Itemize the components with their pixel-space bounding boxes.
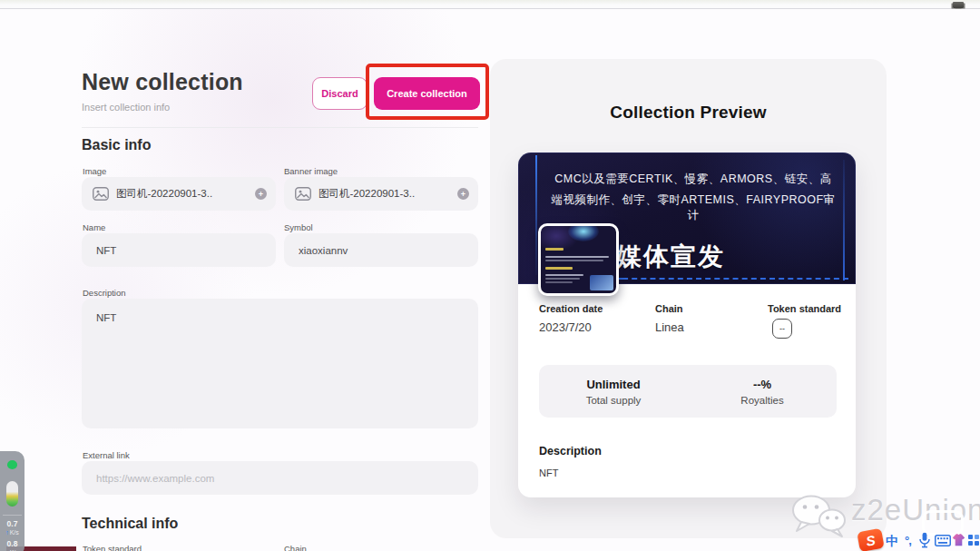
file-badge-icon[interactable]	[255, 188, 267, 200]
royalties-cell: --% Royalties	[688, 365, 837, 418]
page-title: New collection	[82, 69, 243, 95]
preview-avatar-image	[538, 223, 619, 296]
banner-image-filename: 图司机-20220901-3..	[318, 187, 457, 201]
avatar-decor	[545, 278, 580, 280]
network-gauge-icon	[6, 481, 18, 507]
upload-speed-value: 0.7	[7, 519, 18, 528]
upload-speed-unit: ↑K/s	[5, 529, 19, 536]
name-input[interactable]	[82, 233, 276, 267]
total-supply-label: Total supply	[586, 395, 642, 406]
up-arrow-icon: ↑	[5, 529, 9, 536]
token-standard-value-box: --	[772, 319, 792, 339]
create-collection-button[interactable]: Create collection	[374, 77, 480, 110]
collection-preview-panel: Collection Preview CMC以及需要CERTIK、慢雾、ARMO…	[490, 59, 887, 538]
avatar-globe-decor	[568, 223, 599, 241]
file-badge-icon[interactable]	[457, 188, 469, 200]
browser-topbar	[0, 0, 980, 9]
banner-image-file-field[interactable]: 图司机-20220901-3..	[284, 177, 478, 211]
symbol-field-label: Symbol	[284, 222, 313, 232]
description-field-label: Description	[83, 288, 126, 298]
ime-punctuation-icon[interactable]: °,	[905, 534, 911, 547]
sogou-ime-icon[interactable]: S	[857, 528, 884, 551]
screen: New collection Insert collection info Di…	[0, 0, 980, 551]
symbol-input[interactable]	[284, 233, 478, 267]
banner-accent-line	[843, 160, 845, 280]
avatar-decor	[545, 281, 573, 283]
microphone-icon[interactable]	[919, 532, 930, 548]
banner-headline: 媒体宣发	[616, 240, 725, 274]
token-standard-field-label: Token standard	[83, 544, 142, 551]
total-supply-value: Unlimited	[586, 378, 640, 391]
window-controls-icon[interactable]	[953, 2, 964, 8]
avatar-thumbnail-decor	[590, 275, 613, 290]
chain-label: Chain	[655, 303, 683, 314]
chain-value: Linea	[655, 320, 684, 334]
avatar-decor	[545, 260, 603, 261]
divider	[3, 515, 22, 516]
royalties-label: Royalties	[740, 395, 783, 406]
image-field-label: Image	[83, 166, 106, 176]
header-divider	[82, 127, 478, 128]
ime-toolbox-grid-icon[interactable]	[968, 535, 979, 546]
ime-language-mode-icon[interactable]: 中	[886, 534, 898, 550]
picture-icon	[295, 187, 311, 201]
external-link-field-label: External link	[83, 450, 130, 460]
keyboard-icon[interactable]	[935, 535, 951, 546]
status-dot-icon	[7, 460, 17, 469]
preview-description-label: Description	[539, 445, 602, 458]
avatar-decor	[545, 274, 583, 276]
chain-field-label: Chain	[284, 544, 307, 551]
creation-date-label: Creation date	[539, 303, 603, 314]
banner-accent-line	[535, 155, 537, 275]
avatar-decor	[545, 256, 609, 258]
description-textarea[interactable]: NFT	[82, 299, 478, 428]
preview-heading: Collection Preview	[490, 103, 887, 123]
avatar-decor	[545, 267, 573, 270]
supply-royalties-box: Unlimited Total supply --% Royalties	[539, 365, 837, 418]
external-link-input[interactable]	[82, 461, 478, 495]
banner-text-line: CMC以及需要CERTIK、慢雾、ARMORS、链安、高	[545, 172, 841, 187]
download-speed-value: 0.8	[7, 539, 18, 548]
ime-skin-shirt-icon[interactable]	[952, 534, 965, 546]
network-monitor-widget[interactable]: 0.7 ↑K/s 0.8 ↓K/s	[0, 451, 24, 551]
royalties-value: --%	[753, 378, 771, 391]
image-file-field[interactable]: 图司机-20220901-3..	[82, 177, 276, 211]
preview-card: CMC以及需要CERTIK、慢雾、ARMORS、链安、高 端视频制作、创宇、零时…	[518, 153, 856, 497]
avatar-decor	[545, 248, 564, 251]
create-collection-page: New collection Insert collection info Di…	[0, 9, 980, 551]
page-subtitle: Insert collection info	[82, 102, 170, 113]
banner-image-field-label: Banner image	[284, 166, 338, 176]
discard-button[interactable]: Discard	[312, 77, 368, 110]
total-supply-cell: Unlimited Total supply	[539, 365, 688, 418]
basic-info-heading: Basic info	[82, 137, 151, 153]
picture-icon	[93, 187, 109, 201]
banner-text-line: 端视频制作、创宇、零时ARTEMIS、FAIRYPROOF审计	[545, 192, 841, 223]
technical-info-heading: Technical info	[82, 516, 178, 532]
image-filename: 图司机-20220901-3..	[116, 187, 255, 201]
preview-description-value: NFT	[539, 467, 558, 478]
token-standard-label: Token standard	[768, 303, 841, 314]
name-field-label: Name	[83, 222, 105, 232]
creation-date-value: 2023/7/20	[539, 320, 592, 334]
